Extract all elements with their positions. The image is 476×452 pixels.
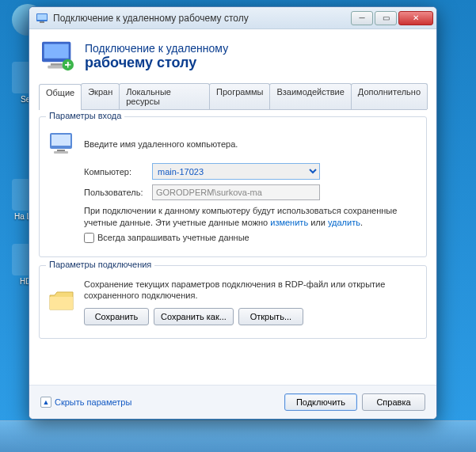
login-group-title: Параметры входа bbox=[46, 111, 124, 120]
chevron-up-icon: ▲ bbox=[40, 397, 51, 408]
computer-input[interactable]: main-17023 bbox=[152, 163, 320, 180]
connection-group-title: Параметры подключения bbox=[46, 260, 154, 269]
rdp-icon bbox=[36, 12, 48, 25]
svg-rect-11 bbox=[54, 151, 68, 154]
open-button[interactable]: Открыть... bbox=[238, 308, 303, 325]
header-line1: Подключение к удаленному bbox=[85, 42, 228, 55]
svg-rect-4 bbox=[44, 44, 69, 59]
connection-group: Параметры подключения Сохранение текущих… bbox=[39, 265, 427, 340]
user-label: Пользователь: bbox=[84, 188, 152, 197]
connection-desc: Сохранение текущих параметров подключени… bbox=[84, 279, 418, 302]
monitor-icon bbox=[40, 40, 75, 72]
tab-bar: Общие Экран Локальные ресурсы Программы … bbox=[39, 83, 427, 110]
close-button[interactable]: ✕ bbox=[398, 11, 433, 25]
connect-button[interactable]: Подключить bbox=[284, 393, 357, 411]
login-group: Параметры входа Введите имя удаленного к… bbox=[39, 116, 427, 257]
dialog-footer: ▲ Скрыть параметры Подключить Справка bbox=[29, 385, 436, 419]
taskbar[interactable] bbox=[0, 420, 476, 452]
save-as-button[interactable]: Сохранить как... bbox=[154, 308, 234, 325]
login-instruction: Введите имя удаленного компьютера. bbox=[84, 139, 238, 150]
svg-rect-10 bbox=[57, 150, 65, 151]
folder-icon bbox=[48, 287, 76, 316]
credentials-note: При подключении к данному компьютеру буд… bbox=[84, 205, 418, 244]
maximize-button[interactable]: ▭ bbox=[375, 11, 397, 25]
svg-rect-1 bbox=[37, 14, 47, 20]
help-button[interactable]: Справка bbox=[362, 393, 425, 411]
rdp-window: Подключение к удаленному рабочему столу … bbox=[29, 6, 437, 420]
tab-general[interactable]: Общие bbox=[39, 84, 82, 110]
user-input[interactable] bbox=[152, 184, 320, 200]
tab-local-resources[interactable]: Локальные ресурсы bbox=[119, 83, 210, 109]
minimize-button[interactable]: ─ bbox=[351, 11, 373, 25]
delete-link[interactable]: удалить bbox=[328, 218, 360, 227]
computer-label: Компьютер: bbox=[84, 167, 152, 177]
svg-rect-2 bbox=[40, 21, 44, 23]
dialog-header: Подключение к удаленному рабочему столу bbox=[29, 29, 436, 83]
svg-rect-5 bbox=[51, 63, 63, 66]
svg-rect-12 bbox=[50, 297, 73, 310]
tab-programs[interactable]: Программы bbox=[209, 83, 270, 109]
always-ask-label: Всегда запрашивать учетные данные bbox=[97, 232, 249, 244]
always-ask-checkbox[interactable] bbox=[84, 233, 94, 243]
header-line2: рабочему столу bbox=[85, 55, 228, 71]
tab-experience[interactable]: Взаимодействие bbox=[269, 83, 351, 109]
change-link[interactable]: изменить bbox=[270, 218, 308, 227]
tab-advanced[interactable]: Дополнительно bbox=[351, 83, 428, 109]
hide-options-link[interactable]: ▲ Скрыть параметры bbox=[40, 397, 131, 408]
svg-rect-9 bbox=[51, 135, 70, 146]
tab-display[interactable]: Экран bbox=[81, 83, 120, 109]
save-button[interactable]: Сохранить bbox=[84, 308, 149, 325]
titlebar[interactable]: Подключение к удаленному рабочему столу … bbox=[29, 7, 436, 29]
computer-icon bbox=[48, 130, 76, 158]
window-title: Подключение к удаленному рабочему столу bbox=[53, 13, 351, 24]
